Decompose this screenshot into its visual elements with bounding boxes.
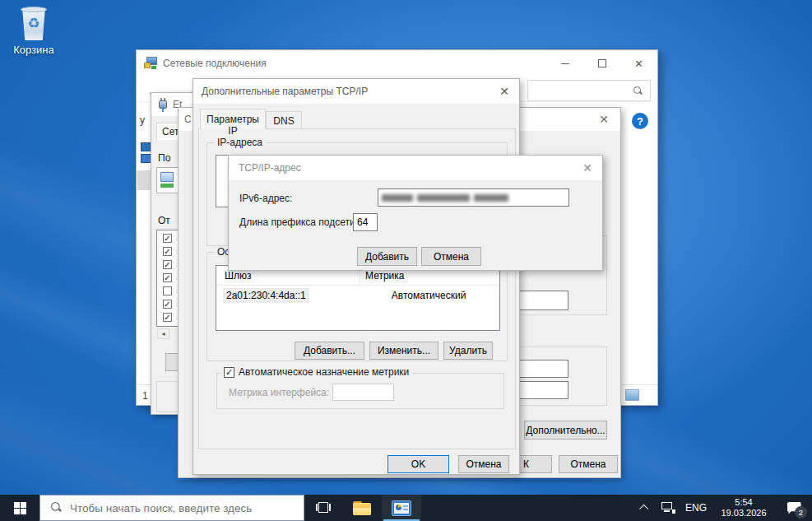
adapter-icon <box>160 172 174 182</box>
explorer-search-box[interactable] <box>527 80 651 101</box>
window-controls: ✕ <box>546 50 657 77</box>
metric-group: ✓ Автоматическое назначение метрики Метр… <box>216 373 504 409</box>
network-app-icon <box>392 500 411 516</box>
metric-value: Автоматический <box>382 288 466 306</box>
close-icon[interactable]: ✕ <box>499 86 509 97</box>
file-explorer-button[interactable] <box>342 495 382 521</box>
remove-gateway-button[interactable]: Удалить <box>443 342 493 360</box>
advanced-button[interactable]: Дополнительно... <box>524 421 607 440</box>
tray-language-button[interactable]: ENG <box>680 495 712 521</box>
ok-button[interactable]: OK <box>387 455 449 473</box>
interface-metric-input[interactable] <box>332 384 394 401</box>
cancel-button[interactable]: Отмена <box>421 247 481 266</box>
commandbar-fragment[interactable]: у <box>140 114 145 126</box>
system-tray: ENG 5:54 19.03.2026 2 <box>634 495 812 521</box>
search-input[interactable] <box>70 495 300 520</box>
tray-clock-button[interactable]: 5:54 19.03.2026 <box>712 495 776 521</box>
language-indicator: ENG <box>685 502 707 514</box>
adapter-icon-base <box>160 184 174 188</box>
windows-logo-icon <box>14 502 26 514</box>
desktop: ♻ Корзина Сетевые подключения ✕ ← → ⌄ <box>0 0 812 521</box>
chevron-up-icon <box>639 505 648 514</box>
advanced-title: Дополнительные параметры TCP/IP <box>202 86 368 97</box>
notification-badge: 2 <box>795 506 807 519</box>
add-button[interactable]: Добавить <box>357 247 417 266</box>
start-button[interactable] <box>0 495 39 521</box>
clock-date: 19.03.2026 <box>721 508 766 519</box>
cancel-button[interactable]: Отмена <box>458 455 509 473</box>
checkbox-checked-icon[interactable]: ✓ <box>163 234 172 243</box>
close-icon[interactable]: ✕ <box>620 50 657 77</box>
explorer-titlebar[interactable]: Сетевые подключения ✕ <box>137 50 657 77</box>
gateway-list[interactable]: Шлюз Метрика 2a01:230:4:4da::1 Автоматич… <box>216 265 500 331</box>
advanced-titlebar[interactable]: Дополнительные параметры TCP/IP ✕ <box>193 79 519 104</box>
automatic-metric-checkbox-checked-icon[interactable]: ✓ <box>224 367 234 378</box>
tray-chevron-button[interactable] <box>634 495 656 521</box>
taskbar-search[interactable] <box>39 495 304 521</box>
search-icon <box>52 503 60 511</box>
tcpip-address-dialog: TCP/IP-адрес ✕ IPv6-адрес: Длина префикс… <box>228 155 603 271</box>
close-icon[interactable]: ✕ <box>582 162 592 174</box>
file-explorer-icon <box>353 501 371 515</box>
advanced-tcpip-dialog: Дополнительные параметры TCP/IP ✕ Параме… <box>193 78 520 475</box>
network-connections-app-button[interactable] <box>382 495 421 521</box>
connection-tile-label-fragment[interactable] <box>137 170 151 190</box>
metric-group-header: ✓ Автоматическое назначение метрики <box>220 366 412 378</box>
recycle-symbol-icon: ♻ <box>21 15 46 32</box>
maximize-icon[interactable] <box>583 50 620 77</box>
tab-ip-settings[interactable]: Параметры IP <box>200 109 266 129</box>
edit-gateway-button[interactable]: Изменить... <box>369 342 438 360</box>
ipv6-address-label: IPv6-адрес: <box>239 193 292 204</box>
recycle-bin-lid-icon <box>21 7 47 12</box>
close-icon[interactable]: ✕ <box>599 114 609 125</box>
components-label-fragment: От <box>158 215 170 226</box>
recycle-bin-label: Корзина <box>8 44 59 56</box>
scroll-left-icon[interactable]: ◂ <box>157 328 169 339</box>
recycle-bin-icon: ♻ <box>21 9 46 40</box>
action-center-button[interactable]: 2 <box>776 495 812 521</box>
ethernet-plug-icon <box>159 98 167 112</box>
task-view-icon <box>316 502 331 514</box>
explorer-title: Сетевые подключения <box>163 58 267 69</box>
checkbox-checked-icon[interactable]: ✓ <box>163 247 172 256</box>
connection-label-fragment: По <box>158 152 170 164</box>
help-icon[interactable]: ? <box>632 113 648 129</box>
add-gateway-button[interactable]: Добавить... <box>295 342 364 360</box>
cancel-button[interactable]: Отмена <box>559 455 618 473</box>
tcpip-titlebar[interactable]: TCP/IP-адрес ✕ <box>229 156 602 180</box>
search-icon <box>633 86 642 95</box>
clock-time: 5:54 <box>735 497 752 508</box>
gateway-value: 2a01:230:4:4da::1 <box>223 288 309 303</box>
prefix-length-label: Длина префикса подсети: <box>239 216 358 228</box>
network-ethernet-icon <box>661 502 675 514</box>
icon-folder <box>144 63 151 68</box>
ipv6-address-redacted-value <box>382 194 508 202</box>
thumbnail-view-icon[interactable] <box>625 389 639 401</box>
tab-dns[interactable]: DNS <box>266 111 302 129</box>
minimize-icon[interactable] <box>546 50 583 77</box>
checkbox-checked-icon[interactable]: ✓ <box>163 300 172 309</box>
task-view-button[interactable] <box>304 495 342 521</box>
tray-network-button[interactable] <box>656 495 680 521</box>
network-connections-icon <box>144 57 157 70</box>
recycle-bin-desktop-icon[interactable]: ♻ Корзина <box>8 7 59 56</box>
checkbox-unchecked-icon[interactable] <box>163 286 172 295</box>
icon-stand <box>151 66 156 69</box>
taskbar: ENG 5:54 19.03.2026 2 <box>0 495 812 521</box>
prefix-length-input[interactable] <box>353 213 378 231</box>
interface-metric-label: Метрика интерфейса: <box>229 387 329 398</box>
metric-group-label: Автоматическое назначение метрики <box>239 366 409 378</box>
checkbox-checked-icon[interactable]: ✓ <box>163 313 172 322</box>
checkbox-checked-icon[interactable]: ✓ <box>163 260 172 269</box>
tcpip-title: TCP/IP-адрес <box>239 162 301 174</box>
checkbox-checked-icon[interactable]: ✓ <box>163 273 172 282</box>
ipv6-title-fragment: С <box>184 114 192 125</box>
ip-addresses-group-label: IP-адреса <box>214 137 266 148</box>
gateway-row[interactable]: 2a01:230:4:4da::1 Автоматический <box>216 288 499 306</box>
ipv6-address-input[interactable] <box>378 188 569 207</box>
